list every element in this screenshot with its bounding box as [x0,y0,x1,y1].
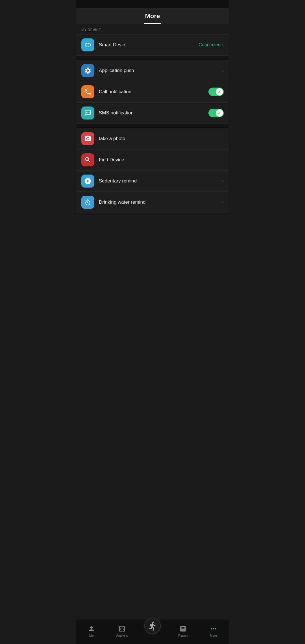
nav-me[interactable]: Me [76,625,107,637]
spacer-1 [76,56,229,60]
analysis-icon [118,625,126,633]
app-push-right: › [222,68,224,73]
call-notification-toggle[interactable]: ✓ [208,88,224,96]
sedentary-remind-item[interactable]: Sedentary remind › [76,171,229,192]
link-icon [84,41,91,49]
drinking-water-right: › [222,200,224,205]
nav-analysis-label: Analysis [116,634,128,637]
status-bar [76,0,229,8]
nav-me-label: Me [89,634,93,637]
spacer-2 [76,124,229,128]
nav-report-label: Report [178,634,188,637]
sedentary-remind-label: Sedentary remind [99,178,222,184]
app-push-item[interactable]: Application push › [76,60,229,81]
smart-device-chevron: › [222,42,224,47]
sms-notification-label: SMS notification [99,110,208,116]
water-icon [84,199,91,206]
drinking-water-item[interactable]: Drinking water remind › [76,192,229,213]
call-notification-item[interactable]: Call notification ✓ [76,81,229,103]
connected-status: Connected [199,42,220,47]
sms-notification-item[interactable]: SMS notification ✓ [76,103,229,124]
nav-analysis[interactable]: Analysis [107,625,137,637]
nav-more[interactable]: More [198,625,229,637]
take-photo-icon [81,132,94,145]
drinking-water-chevron: › [222,200,224,205]
take-photo-item[interactable]: take a photo [76,128,229,149]
sms-notification-icon [81,106,94,119]
section-label-my-device: MY DEVICE [76,24,229,34]
find-device-icon [81,153,94,166]
sedentary-remind-icon [81,175,94,188]
smart-device-icon [81,38,94,51]
toggle-knob: ✓ [216,88,223,95]
main-content: MY DEVICE Smart Devic Connected › Applic… [76,24,229,236]
drinking-water-label: Drinking water remind [99,199,222,205]
take-photo-label: take a photo [99,136,224,142]
page-title: More [76,12,229,23]
drinking-water-icon [81,196,94,209]
bottom-nav: Me Analysis Report More [76,620,229,644]
nav-activity[interactable] [137,617,168,634]
sedentary-icon [84,177,91,185]
me-icon [88,625,95,633]
find-device-label: Find Device [99,157,224,163]
sms-toggle-knob: ✓ [216,109,223,117]
sedentary-remind-right: › [222,179,224,184]
settings-icon [84,67,91,74]
app-push-label: Application push [99,68,222,73]
smart-device-item[interactable]: Smart Devic Connected › [76,34,229,56]
sms-notification-toggle[interactable]: ✓ [208,109,224,117]
nav-report[interactable]: Report [168,625,198,637]
search-icon [84,156,91,164]
more-nav-icon [210,625,217,633]
sedentary-chevron: › [222,179,224,184]
find-device-item[interactable]: Find Device [76,149,229,171]
phone-icon [84,88,91,95]
call-notification-right: ✓ [208,88,224,96]
camera-icon [84,135,91,142]
smart-device-label: Smart Devic [99,42,199,48]
nav-activity-circle [144,617,161,634]
nav-more-label: More [210,634,217,637]
sms-notification-right: ✓ [208,109,224,117]
app-push-icon [81,64,94,77]
call-notification-label: Call notification [99,89,208,95]
app-push-chevron: › [222,68,224,73]
call-notification-icon [81,85,94,98]
smart-device-right: Connected › [199,42,224,47]
sms-icon [84,109,91,117]
report-icon [179,625,187,633]
header: More [76,8,229,24]
